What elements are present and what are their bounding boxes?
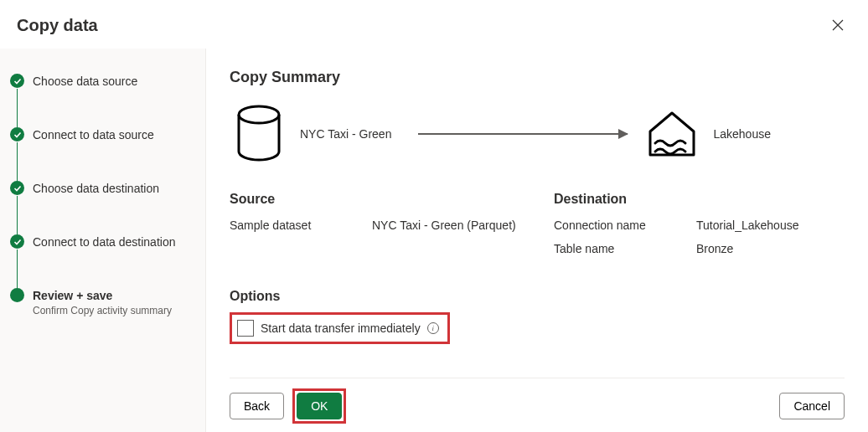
close-button[interactable] — [824, 12, 851, 39]
start-transfer-checkbox[interactable] — [237, 320, 254, 337]
step-label: Choose data destination — [33, 181, 159, 196]
sample-dataset-label: Sample dataset — [230, 219, 372, 232]
check-icon — [10, 181, 24, 195]
options-section: Options Start data transfer immediately … — [230, 289, 845, 344]
step-sublabel: Confirm Copy activity summary — [33, 305, 172, 316]
lakehouse-icon — [643, 101, 701, 167]
step-review-save[interactable]: Review + save Confirm Copy activity summ… — [10, 288, 192, 316]
ok-button-highlight: OK — [292, 388, 346, 424]
wizard-steps-sidebar: Choose data source Connect to data sourc… — [0, 49, 206, 432]
destination-flow-label: Lakehouse — [713, 127, 771, 141]
dialog-title: Copy data — [17, 16, 98, 35]
options-heading: Options — [230, 289, 845, 304]
cancel-button[interactable]: Cancel — [779, 393, 845, 419]
destination-heading: Destination — [554, 192, 845, 207]
info-icon[interactable]: i — [427, 322, 439, 334]
copy-summary-heading: Copy Summary — [230, 69, 845, 86]
step-label: Choose data source — [33, 74, 137, 89]
start-transfer-label: Start data transfer immediately — [261, 321, 421, 335]
step-connect-to-data-source[interactable]: Connect to data source — [10, 127, 192, 181]
source-flow-label: NYC Taxi - Green — [300, 127, 391, 141]
source-heading: Source — [230, 192, 520, 207]
dialog-header: Copy data — [0, 0, 868, 49]
source-column: Source Sample dataset NYC Taxi - Green (… — [230, 192, 520, 265]
current-step-icon — [10, 288, 24, 302]
arrow-icon — [418, 133, 628, 135]
step-choose-data-destination[interactable]: Choose data destination — [10, 181, 192, 234]
connection-name-label: Connection name — [554, 219, 696, 232]
check-icon — [10, 234, 24, 249]
svg-point-0 — [239, 106, 279, 123]
connection-name-value: Tutorial_Lakehouse — [696, 219, 798, 232]
start-transfer-highlight: Start data transfer immediately i — [230, 312, 450, 344]
check-icon — [10, 74, 24, 88]
step-label: Connect to data source — [33, 127, 154, 142]
close-icon — [832, 19, 844, 31]
database-icon — [230, 101, 288, 167]
back-button[interactable]: Back — [230, 393, 284, 419]
check-icon — [10, 127, 24, 141]
destination-column: Destination Connection name Tutorial_Lak… — [554, 192, 845, 265]
table-name-value: Bronze — [696, 242, 733, 255]
step-label: Review + save — [33, 288, 172, 303]
step-choose-data-source[interactable]: Choose data source — [10, 74, 192, 127]
table-name-label: Table name — [554, 242, 696, 255]
ok-button[interactable]: OK — [297, 393, 342, 419]
step-label: Connect to data destination — [33, 234, 175, 249]
dialog-footer: Back OK Cancel — [230, 378, 845, 424]
main-panel: Copy Summary NYC Taxi - Green Lakehouse — [206, 49, 868, 432]
sample-dataset-value: NYC Taxi - Green (Parquet) — [372, 219, 516, 232]
flow-diagram: NYC Taxi - Green Lakehouse — [230, 101, 845, 167]
step-connect-to-data-destination[interactable]: Connect to data destination — [10, 234, 192, 288]
